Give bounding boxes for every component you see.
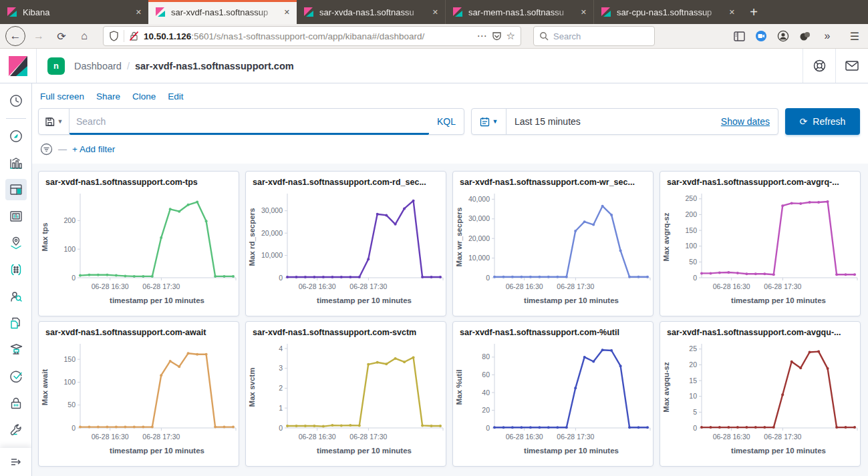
data-point[interactable] xyxy=(547,276,550,278)
data-point[interactable] xyxy=(745,272,748,275)
data-point[interactable] xyxy=(376,361,379,364)
data-point[interactable] xyxy=(214,275,216,278)
sidebar-item-siem[interactable] xyxy=(5,393,27,414)
data-point[interactable] xyxy=(628,276,631,278)
panel-title[interactable]: sar-xvdf-nas1.softnassupport.com-await xyxy=(39,322,239,338)
data-point[interactable] xyxy=(106,274,108,276)
data-point[interactable] xyxy=(835,426,838,429)
data-point[interactable] xyxy=(124,274,126,277)
data-point[interactable] xyxy=(115,274,118,277)
pocket-save-icon[interactable] xyxy=(492,31,502,41)
data-point[interactable] xyxy=(817,350,820,353)
insecure-lock-icon[interactable] xyxy=(129,31,139,41)
data-point[interactable] xyxy=(385,214,388,216)
data-point[interactable] xyxy=(421,276,424,278)
data-point[interactable] xyxy=(556,276,559,278)
data-point[interactable] xyxy=(331,424,333,427)
data-point[interactable] xyxy=(331,276,333,278)
data-point[interactable] xyxy=(827,367,829,370)
chart-canvas[interactable]: 010,00020,00030,00006-28 16:3006-28 17:3… xyxy=(246,188,446,311)
data-point[interactable] xyxy=(710,272,712,274)
data-point[interactable] xyxy=(430,276,433,278)
data-point[interactable] xyxy=(151,275,154,278)
sidebar-item-discover[interactable] xyxy=(5,126,27,147)
sidebar-item-logs[interactable] xyxy=(5,312,27,334)
data-point[interactable] xyxy=(799,367,802,369)
data-point[interactable] xyxy=(502,426,505,429)
sidebar-item-maps[interactable] xyxy=(5,232,27,254)
sidebar-item-visualize[interactable] xyxy=(5,152,27,174)
tracking-shield-icon[interactable] xyxy=(109,31,119,41)
data-point[interactable] xyxy=(232,426,235,429)
data-point[interactable] xyxy=(853,273,856,276)
data-point[interactable] xyxy=(79,426,82,429)
data-point[interactable] xyxy=(772,273,775,276)
full-screen-button[interactable]: Full screen xyxy=(40,91,84,101)
data-point[interactable] xyxy=(565,276,568,278)
data-point[interactable] xyxy=(574,230,577,232)
data-point[interactable] xyxy=(295,276,298,278)
data-point[interactable] xyxy=(187,352,190,354)
data-point[interactable] xyxy=(88,426,91,429)
browser-tab-sar-xvdf[interactable]: sar-xvdf-nas1.softnassup ✕ xyxy=(148,0,297,24)
sidebar-item-dev-tools[interactable] xyxy=(5,419,27,441)
data-point[interactable] xyxy=(637,426,640,429)
data-point[interactable] xyxy=(592,224,595,226)
data-point[interactable] xyxy=(628,426,631,429)
panel-title[interactable]: sar-xvdf-nas1.softnassupport.com-avgqu-.… xyxy=(660,322,860,338)
chart-canvas[interactable]: 010020006-28 16:3006-28 17:30Max tpstime… xyxy=(39,188,239,311)
data-point[interactable] xyxy=(619,365,622,367)
sidebar-item-canvas[interactable] xyxy=(5,206,27,227)
data-point[interactable] xyxy=(619,249,622,252)
data-point[interactable] xyxy=(178,365,180,368)
data-point[interactable] xyxy=(142,275,144,278)
data-point[interactable] xyxy=(358,276,361,278)
overflow-menu-icon[interactable]: » xyxy=(819,27,835,45)
data-point[interactable] xyxy=(412,200,415,202)
data-point[interactable] xyxy=(286,425,289,427)
data-point[interactable] xyxy=(412,356,415,359)
data-point[interactable] xyxy=(835,273,838,276)
time-range-value[interactable]: Last 15 minutes xyxy=(507,116,581,127)
account-icon[interactable] xyxy=(775,27,791,45)
space-badge[interactable]: n xyxy=(47,57,65,75)
data-point[interactable] xyxy=(610,214,613,216)
data-point[interactable] xyxy=(97,274,100,276)
data-point[interactable] xyxy=(610,349,613,352)
panel-title[interactable]: sar-xvdf-nas1.softnassupport.com-%util xyxy=(453,322,653,338)
data-point[interactable] xyxy=(646,276,649,278)
data-point[interactable] xyxy=(827,200,829,203)
kql-query-input[interactable] xyxy=(76,116,422,127)
data-point[interactable] xyxy=(223,426,226,429)
data-point[interactable] xyxy=(115,426,118,429)
sidebar-item-infrastructure[interactable] xyxy=(5,339,27,361)
data-point[interactable] xyxy=(304,276,307,278)
data-point[interactable] xyxy=(520,426,523,429)
edit-button[interactable]: Edit xyxy=(168,91,183,101)
data-point[interactable] xyxy=(745,426,748,429)
data-point[interactable] xyxy=(385,363,388,365)
sidebar-toggle-icon[interactable] xyxy=(731,27,747,45)
data-point[interactable] xyxy=(88,274,91,276)
data-point[interactable] xyxy=(142,426,144,429)
chart-canvas[interactable]: 0123406-28 16:3006-28 17:30Max svctmtime… xyxy=(246,338,446,461)
data-point[interactable] xyxy=(781,393,784,396)
data-point[interactable] xyxy=(529,276,532,278)
data-point[interactable] xyxy=(106,426,108,429)
chart-canvas[interactable]: 05010015006-28 16:3006-28 17:30Max await… xyxy=(39,338,239,461)
data-point[interactable] xyxy=(845,273,847,276)
refresh-button[interactable]: ⟳ Refresh xyxy=(785,108,860,135)
data-point[interactable] xyxy=(547,426,550,429)
data-point[interactable] xyxy=(727,271,730,274)
url-bar[interactable]: 10.50.1.126:5601/s/nas1-softnassupport-c… xyxy=(103,26,521,46)
data-point[interactable] xyxy=(601,348,604,351)
kql-syntax-button[interactable]: KQL xyxy=(429,109,464,134)
data-point[interactable] xyxy=(809,351,811,354)
data-point[interactable] xyxy=(646,426,649,429)
data-point[interactable] xyxy=(196,353,198,356)
data-point[interactable] xyxy=(781,204,784,207)
hamburger-menu-icon[interactable]: ☰ xyxy=(847,27,863,45)
data-point[interactable] xyxy=(727,426,730,429)
data-point[interactable] xyxy=(817,201,820,204)
data-point[interactable] xyxy=(529,426,532,429)
